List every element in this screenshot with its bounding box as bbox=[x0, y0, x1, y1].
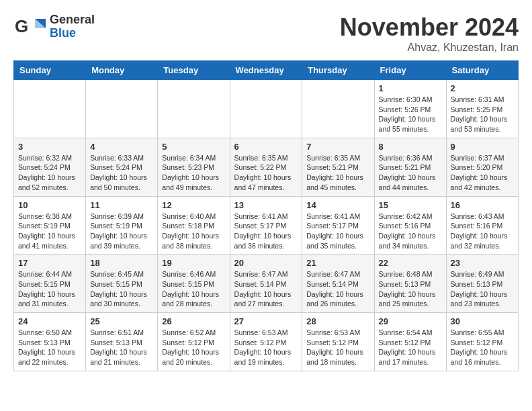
day-number: 12 bbox=[162, 200, 225, 210]
weekday-header-monday: Monday bbox=[86, 61, 158, 80]
day-info: Sunrise: 6:38 AMSunset: 5:19 PMDaylight:… bbox=[18, 212, 81, 251]
day-number: 27 bbox=[234, 316, 298, 326]
svg-text:G: G bbox=[15, 16, 28, 36]
day-number: 21 bbox=[306, 258, 369, 268]
day-info: Sunrise: 6:30 AMSunset: 5:26 PMDaylight:… bbox=[379, 95, 442, 134]
calendar-table: SundayMondayTuesdayWednesdayThursdayFrid… bbox=[13, 60, 519, 371]
calendar-week-row: 17Sunrise: 6:44 AMSunset: 5:15 PMDayligh… bbox=[14, 255, 519, 313]
day-number: 13 bbox=[234, 200, 298, 210]
day-info: Sunrise: 6:53 AMSunset: 5:12 PMDaylight:… bbox=[306, 328, 369, 367]
calendar-week-row: 10Sunrise: 6:38 AMSunset: 5:19 PMDayligh… bbox=[14, 196, 519, 255]
day-number: 1 bbox=[379, 83, 442, 93]
day-info: Sunrise: 6:47 AMSunset: 5:14 PMDaylight:… bbox=[234, 269, 298, 309]
day-number: 14 bbox=[306, 200, 369, 210]
day-number: 11 bbox=[90, 200, 153, 210]
day-number: 16 bbox=[451, 200, 514, 210]
page-header: G General Blue November 2024 Ahvaz, Khuz… bbox=[13, 13, 519, 54]
calendar-cell: 23Sunrise: 6:49 AMSunset: 5:13 PMDayligh… bbox=[446, 255, 518, 313]
calendar-cell: 5Sunrise: 6:34 AMSunset: 5:23 PMDaylight… bbox=[158, 138, 230, 196]
day-info: Sunrise: 6:55 AMSunset: 5:12 PMDaylight:… bbox=[451, 328, 514, 367]
day-number: 17 bbox=[18, 258, 81, 268]
day-info: Sunrise: 6:54 AMSunset: 5:12 PMDaylight:… bbox=[379, 328, 442, 367]
calendar-week-row: 3Sunrise: 6:32 AMSunset: 5:24 PMDaylight… bbox=[14, 138, 519, 196]
day-number: 20 bbox=[234, 258, 298, 268]
day-number: 4 bbox=[90, 142, 153, 152]
month-title: November 2024 bbox=[340, 13, 519, 42]
weekday-header-row: SundayMondayTuesdayWednesdayThursdayFrid… bbox=[14, 61, 519, 80]
calendar-week-row: 1Sunrise: 6:30 AMSunset: 5:26 PMDaylight… bbox=[14, 80, 519, 138]
calendar-cell: 28Sunrise: 6:53 AMSunset: 5:12 PMDayligh… bbox=[302, 313, 374, 371]
calendar-cell: 4Sunrise: 6:33 AMSunset: 5:24 PMDaylight… bbox=[86, 138, 158, 196]
calendar-cell: 11Sunrise: 6:39 AMSunset: 5:19 PMDayligh… bbox=[86, 196, 158, 255]
logo: G General Blue bbox=[13, 13, 95, 40]
day-number: 18 bbox=[90, 258, 153, 268]
day-number: 28 bbox=[306, 316, 369, 326]
day-info: Sunrise: 6:48 AMSunset: 5:13 PMDaylight:… bbox=[379, 269, 442, 309]
calendar-cell bbox=[158, 80, 230, 138]
calendar-cell: 26Sunrise: 6:52 AMSunset: 5:12 PMDayligh… bbox=[158, 313, 230, 371]
day-info: Sunrise: 6:35 AMSunset: 5:21 PMDaylight:… bbox=[306, 153, 369, 193]
logo-icon: G bbox=[13, 13, 47, 40]
day-info: Sunrise: 6:43 AMSunset: 5:16 PMDaylight:… bbox=[451, 212, 514, 251]
day-info: Sunrise: 6:31 AMSunset: 5:25 PMDaylight:… bbox=[451, 95, 514, 134]
day-info: Sunrise: 6:47 AMSunset: 5:14 PMDaylight:… bbox=[306, 269, 369, 309]
day-info: Sunrise: 6:45 AMSunset: 5:15 PMDaylight:… bbox=[90, 269, 153, 309]
day-info: Sunrise: 6:50 AMSunset: 5:13 PMDaylight:… bbox=[18, 328, 81, 367]
day-number: 8 bbox=[379, 142, 442, 152]
calendar-cell: 13Sunrise: 6:41 AMSunset: 5:17 PMDayligh… bbox=[230, 196, 302, 255]
weekday-header-friday: Friday bbox=[374, 61, 446, 80]
day-number: 25 bbox=[90, 316, 153, 326]
calendar-cell: 7Sunrise: 6:35 AMSunset: 5:21 PMDaylight… bbox=[302, 138, 374, 196]
calendar-cell: 15Sunrise: 6:42 AMSunset: 5:16 PMDayligh… bbox=[374, 196, 446, 255]
day-number: 23 bbox=[451, 258, 514, 268]
calendar-cell: 29Sunrise: 6:54 AMSunset: 5:12 PMDayligh… bbox=[374, 313, 446, 371]
calendar-cell bbox=[302, 80, 374, 138]
calendar-cell: 3Sunrise: 6:32 AMSunset: 5:24 PMDaylight… bbox=[14, 138, 86, 196]
day-info: Sunrise: 6:46 AMSunset: 5:15 PMDaylight:… bbox=[162, 269, 225, 309]
day-info: Sunrise: 6:35 AMSunset: 5:22 PMDaylight:… bbox=[234, 153, 298, 193]
location-text: Ahvaz, Khuzestan, Iran bbox=[340, 42, 519, 54]
calendar-cell: 12Sunrise: 6:40 AMSunset: 5:18 PMDayligh… bbox=[158, 196, 230, 255]
day-info: Sunrise: 6:39 AMSunset: 5:19 PMDaylight:… bbox=[90, 212, 153, 251]
logo-text: General Blue bbox=[50, 13, 95, 40]
day-number: 7 bbox=[306, 142, 369, 152]
calendar-cell: 22Sunrise: 6:48 AMSunset: 5:13 PMDayligh… bbox=[374, 255, 446, 313]
day-info: Sunrise: 6:37 AMSunset: 5:20 PMDaylight:… bbox=[451, 153, 514, 193]
day-info: Sunrise: 6:40 AMSunset: 5:18 PMDaylight:… bbox=[162, 212, 225, 251]
weekday-header-thursday: Thursday bbox=[302, 61, 374, 80]
day-info: Sunrise: 6:34 AMSunset: 5:23 PMDaylight:… bbox=[162, 153, 225, 193]
day-info: Sunrise: 6:53 AMSunset: 5:12 PMDaylight:… bbox=[234, 328, 298, 367]
day-info: Sunrise: 6:32 AMSunset: 5:24 PMDaylight:… bbox=[18, 153, 81, 193]
calendar-cell: 14Sunrise: 6:41 AMSunset: 5:17 PMDayligh… bbox=[302, 196, 374, 255]
weekday-header-tuesday: Tuesday bbox=[158, 61, 230, 80]
calendar-cell: 27Sunrise: 6:53 AMSunset: 5:12 PMDayligh… bbox=[230, 313, 302, 371]
calendar-cell bbox=[230, 80, 302, 138]
day-info: Sunrise: 6:41 AMSunset: 5:17 PMDaylight:… bbox=[234, 212, 298, 251]
day-number: 2 bbox=[451, 83, 514, 93]
title-block: November 2024 Ahvaz, Khuzestan, Iran bbox=[340, 13, 519, 54]
calendar-cell: 17Sunrise: 6:44 AMSunset: 5:15 PMDayligh… bbox=[14, 255, 86, 313]
day-info: Sunrise: 6:36 AMSunset: 5:21 PMDaylight:… bbox=[379, 153, 442, 193]
day-number: 10 bbox=[18, 200, 81, 210]
day-info: Sunrise: 6:52 AMSunset: 5:12 PMDaylight:… bbox=[162, 328, 225, 367]
calendar-cell: 19Sunrise: 6:46 AMSunset: 5:15 PMDayligh… bbox=[158, 255, 230, 313]
day-number: 30 bbox=[451, 316, 514, 326]
weekday-header-sunday: Sunday bbox=[14, 61, 86, 80]
day-info: Sunrise: 6:41 AMSunset: 5:17 PMDaylight:… bbox=[306, 212, 369, 251]
day-info: Sunrise: 6:33 AMSunset: 5:24 PMDaylight:… bbox=[90, 153, 153, 193]
calendar-cell: 10Sunrise: 6:38 AMSunset: 5:19 PMDayligh… bbox=[14, 196, 86, 255]
day-number: 9 bbox=[451, 142, 514, 152]
day-number: 22 bbox=[379, 258, 442, 268]
day-number: 26 bbox=[162, 316, 225, 326]
day-number: 6 bbox=[234, 142, 298, 152]
day-number: 5 bbox=[162, 142, 225, 152]
day-info: Sunrise: 6:42 AMSunset: 5:16 PMDaylight:… bbox=[379, 212, 442, 251]
calendar-week-row: 24Sunrise: 6:50 AMSunset: 5:13 PMDayligh… bbox=[14, 313, 519, 371]
weekday-header-saturday: Saturday bbox=[446, 61, 518, 80]
calendar-cell: 30Sunrise: 6:55 AMSunset: 5:12 PMDayligh… bbox=[446, 313, 518, 371]
logo-blue-text: Blue bbox=[50, 27, 95, 40]
day-number: 3 bbox=[18, 142, 81, 152]
calendar-cell: 16Sunrise: 6:43 AMSunset: 5:16 PMDayligh… bbox=[446, 196, 518, 255]
day-info: Sunrise: 6:51 AMSunset: 5:13 PMDaylight:… bbox=[90, 328, 153, 367]
logo-general-text: General bbox=[50, 13, 95, 27]
